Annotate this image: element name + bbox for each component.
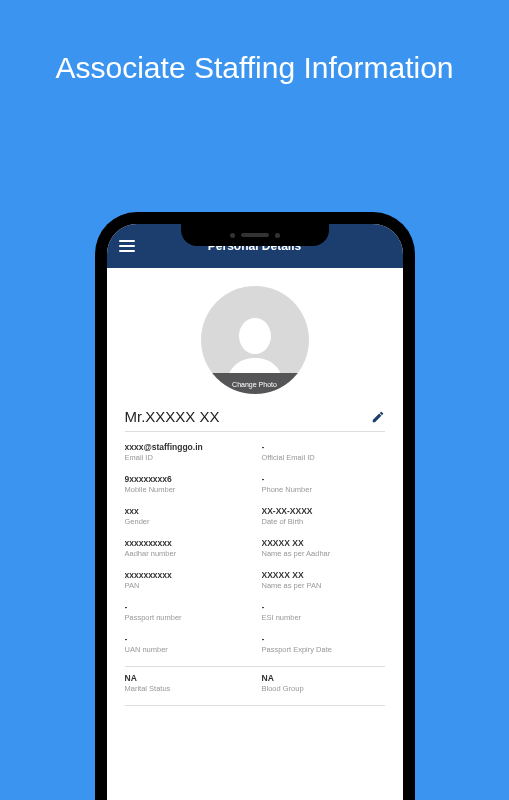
content: Mr.XXXXX XX xxxx@staffinggo.in Email ID … xyxy=(107,394,403,706)
field-label: Mobile Number xyxy=(125,485,248,494)
field-official-email: - Official Email ID xyxy=(262,442,385,462)
field-pan: xxxxxxxxxx PAN xyxy=(125,570,248,590)
divider xyxy=(125,666,385,667)
field-label: Phone Number xyxy=(262,485,385,494)
field-label: Email ID xyxy=(125,453,248,462)
field-passport-expiry: - Passport Expiry Date xyxy=(262,634,385,654)
screen: Personal Details Change Photo Mr.XXXXX X… xyxy=(107,224,403,800)
field-label: Passport Expiry Date xyxy=(262,645,385,654)
avatar-section: Change Photo xyxy=(107,268,403,394)
field-value: NA xyxy=(262,673,385,683)
field-value: - xyxy=(262,442,385,452)
field-value: XXXXX XX xyxy=(262,538,385,548)
field-pan-name: XXXXX XX Name as per PAN xyxy=(262,570,385,590)
field-value: - xyxy=(262,634,385,644)
change-photo-button[interactable]: Change Photo xyxy=(201,373,309,394)
field-label: PAN xyxy=(125,581,248,590)
field-dob: XX-XX-XXXX Date of Birth xyxy=(262,506,385,526)
profile-name: Mr.XXXXX XX xyxy=(125,408,220,425)
field-aadhar: xxxxxxxxxx Aadhar number xyxy=(125,538,248,558)
field-email: xxxx@staffinggo.in Email ID xyxy=(125,442,248,462)
phone-notch xyxy=(181,224,329,246)
field-uan: - UAN number xyxy=(125,634,248,654)
field-label: Blood Group xyxy=(262,684,385,693)
field-label: Passport number xyxy=(125,613,248,622)
field-value: NA xyxy=(125,673,248,683)
field-label: Marital Status xyxy=(125,684,248,693)
field-value: XXXXX XX xyxy=(262,570,385,580)
field-label: Aadhar number xyxy=(125,549,248,558)
avatar[interactable]: Change Photo xyxy=(201,286,309,394)
field-value: xxxxxxxxxx xyxy=(125,538,248,548)
field-label: Name as per PAN xyxy=(262,581,385,590)
field-value: - xyxy=(262,602,385,612)
field-label: Official Email ID xyxy=(262,453,385,462)
field-label: Gender xyxy=(125,517,248,526)
divider xyxy=(125,705,385,706)
phone-frame: Personal Details Change Photo Mr.XXXXX X… xyxy=(95,212,415,800)
field-mobile: 9xxxxxxxx6 Mobile Number xyxy=(125,474,248,494)
fields-grid-2: NA Marital Status NA Blood Group xyxy=(125,673,385,701)
field-value: - xyxy=(125,602,248,612)
name-row: Mr.XXXXX XX xyxy=(125,408,385,432)
edit-icon[interactable] xyxy=(371,410,385,424)
field-value: xxxx@staffinggo.in xyxy=(125,442,248,452)
field-gender: xxx Gender xyxy=(125,506,248,526)
field-value: XX-XX-XXXX xyxy=(262,506,385,516)
field-phone: - Phone Number xyxy=(262,474,385,494)
field-value: - xyxy=(125,634,248,644)
field-label: Name as per Aadhar xyxy=(262,549,385,558)
field-passport: - Passport number xyxy=(125,602,248,622)
field-aadhar-name: XXXXX XX Name as per Aadhar xyxy=(262,538,385,558)
field-value: xxx xyxy=(125,506,248,516)
fields-grid: xxxx@staffinggo.in Email ID - Official E… xyxy=(125,442,385,662)
page-title: Associate Staffing Information xyxy=(0,0,509,87)
field-label: UAN number xyxy=(125,645,248,654)
menu-icon[interactable] xyxy=(119,240,135,252)
field-value: - xyxy=(262,474,385,484)
field-label: ESI number xyxy=(262,613,385,622)
field-label: Date of Birth xyxy=(262,517,385,526)
field-marital: NA Marital Status xyxy=(125,673,248,693)
field-value: xxxxxxxxxx xyxy=(125,570,248,580)
field-blood: NA Blood Group xyxy=(262,673,385,693)
field-esi: - ESI number xyxy=(262,602,385,622)
field-value: 9xxxxxxxx6 xyxy=(125,474,248,484)
